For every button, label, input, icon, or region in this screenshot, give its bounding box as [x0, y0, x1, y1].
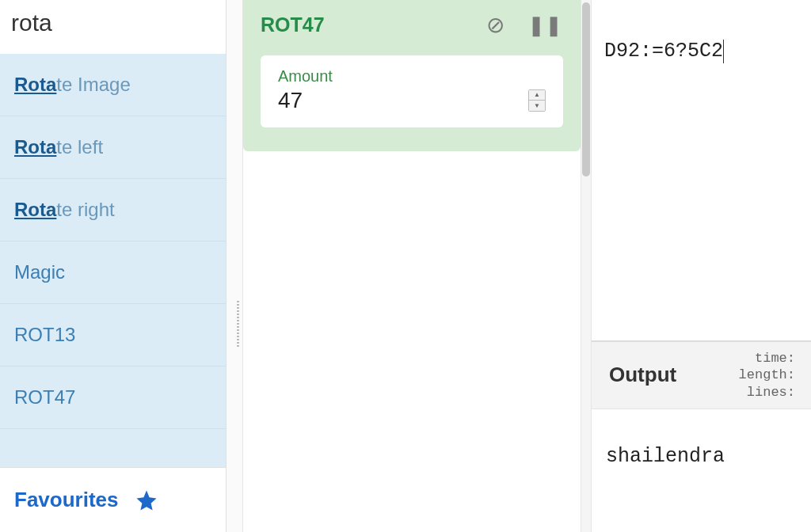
input-text: D92:=6?5C2	[604, 40, 724, 63]
op-match-rest: te Image	[56, 74, 130, 95]
operation-controls: ⊘ ❚❚	[486, 12, 563, 38]
argument-row: ▲ ▼	[278, 88, 546, 113]
stepper-down-button[interactable]: ▼	[529, 101, 545, 111]
pause-icon[interactable]: ❚❚	[528, 14, 563, 36]
operation-title: ROT47	[261, 13, 325, 36]
disable-icon[interactable]: ⊘	[486, 12, 504, 38]
operation-card-header: ROT47 ⊘ ❚❚	[243, 0, 581, 48]
op-item-rot13[interactable]: ROT13	[0, 304, 226, 367]
argument-box: Amount ▲ ▼	[261, 55, 563, 127]
op-item-rotate-left[interactable]: Rotate left	[0, 116, 226, 179]
stat-length-label: length:	[739, 367, 795, 383]
amount-input[interactable]	[278, 88, 436, 113]
op-item-rot47[interactable]: ROT47	[0, 367, 226, 429]
op-match-prefix: Rota	[14, 136, 56, 158]
recipe-dropzone[interactable]	[243, 151, 581, 532]
op-match-prefix: Rota	[14, 199, 56, 220]
op-label: Magic	[14, 261, 65, 283]
operations-list: Rotate Image Rotate left Rotate right Ma…	[0, 54, 226, 467]
operations-sidebar: Rotate Image Rotate left Rotate right Ma…	[0, 0, 227, 532]
argument-label: Amount	[278, 67, 546, 86]
output-pane: shailendra	[592, 409, 811, 532]
search-input[interactable]	[11, 10, 215, 36]
output-header: Output time: length: lines:	[592, 340, 811, 409]
output-text: shailendra	[606, 445, 797, 468]
op-label: ROT13	[14, 324, 75, 345]
favourites-section[interactable]: Favourites	[0, 467, 226, 532]
op-item-magic[interactable]: Magic	[0, 241, 226, 304]
amount-stepper: ▲ ▼	[528, 89, 546, 112]
panel-gutter[interactable]	[227, 0, 242, 532]
recipe-body: ROT47 ⊘ ❚❚ Amount ▲ ▼	[242, 0, 581, 532]
search-container	[0, 0, 226, 54]
favourites-label: Favourites	[14, 488, 119, 512]
op-match-prefix: Rota	[14, 74, 56, 95]
input-pane[interactable]: D92:=6?5C2	[592, 0, 811, 340]
stat-time-label: time:	[739, 350, 795, 367]
recipe-scrollbar[interactable]	[581, 0, 591, 532]
output-stats: time: length: lines:	[739, 350, 795, 401]
io-panel: D92:=6?5C2 Output time: length: lines: s…	[591, 0, 811, 532]
output-title: Output	[609, 363, 676, 387]
operation-card-rot47: ROT47 ⊘ ❚❚ Amount ▲ ▼	[243, 0, 581, 151]
op-item-rotate-right[interactable]: Rotate right	[0, 179, 226, 241]
stat-lines-label: lines:	[739, 384, 795, 401]
op-match-rest: te right	[56, 199, 114, 220]
recipe-panel: ROT47 ⊘ ❚❚ Amount ▲ ▼	[227, 0, 591, 532]
op-item-rotate-image[interactable]: Rotate Image	[0, 54, 226, 116]
stepper-up-button[interactable]: ▲	[529, 90, 545, 101]
op-label: ROT47	[14, 386, 75, 408]
op-match-rest: te left	[56, 136, 103, 158]
star-icon	[135, 488, 158, 512]
